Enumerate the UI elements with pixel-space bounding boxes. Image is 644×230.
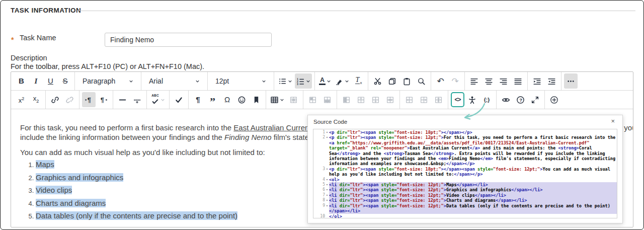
copy-button[interactable] bbox=[385, 73, 399, 89]
remove-link-button[interactable] bbox=[63, 92, 76, 107]
delete-table-button[interactable] bbox=[287, 92, 300, 107]
show-invisibles-button[interactable]: ¶ bbox=[191, 92, 205, 107]
toolbar-group: BIUS bbox=[12, 72, 75, 90]
fullscreen-button[interactable] bbox=[528, 92, 542, 107]
cell-properties-button[interactable] bbox=[306, 92, 319, 107]
text-segment: include the linking information between … bbox=[20, 133, 224, 141]
code-text: <p dir="ltr"><span style="font-size: 18p… bbox=[329, 167, 617, 177]
redo-button[interactable]: ↷ bbox=[448, 73, 462, 89]
align-right-button[interactable] bbox=[497, 73, 510, 89]
code-line[interactable]: 3▾<p dir="ltr"><span style="font-size: 1… bbox=[313, 167, 617, 177]
highlight-color-button[interactable] bbox=[334, 73, 351, 89]
font-size-select-value: 12pt bbox=[215, 77, 229, 85]
strikethrough-button[interactable]: S bbox=[58, 73, 72, 89]
numbered-list-button[interactable]: 123 bbox=[295, 73, 312, 89]
superscript-button[interactable]: x2 bbox=[15, 92, 28, 107]
emoticon-button[interactable] bbox=[235, 92, 249, 107]
outdent-button[interactable] bbox=[545, 73, 558, 89]
subscript-button[interactable]: x2 bbox=[29, 92, 43, 107]
delete-column-button[interactable] bbox=[432, 92, 445, 107]
insert-link-button[interactable] bbox=[48, 92, 62, 107]
line-number-gutter: 5 bbox=[313, 182, 325, 187]
search-button[interactable] bbox=[415, 73, 428, 89]
fold-arrow-icon[interactable]: ▾ bbox=[325, 198, 329, 203]
fold-arrow-icon[interactable]: ▾ bbox=[325, 193, 329, 198]
horizontal-rule-button[interactable] bbox=[116, 92, 129, 107]
accessibility-checker-button[interactable] bbox=[465, 92, 479, 107]
preview-button[interactable] bbox=[499, 92, 513, 107]
line-number-gutter: 3 bbox=[313, 167, 325, 172]
code-line[interactable]: 8▾<li dir="ltr"><span style="font-size: … bbox=[313, 198, 617, 203]
fold-arrow-icon[interactable]: ▾ bbox=[325, 203, 329, 208]
row-properties-button[interactable] bbox=[320, 92, 334, 107]
bold-button[interactable]: B bbox=[15, 73, 28, 89]
font-size-select[interactable]: 12pt bbox=[211, 73, 271, 89]
block-format-select[interactable]: Paragraph bbox=[78, 73, 138, 89]
paste-button[interactable] bbox=[400, 73, 414, 89]
page-break-button[interactable] bbox=[130, 92, 144, 107]
cut-button[interactable] bbox=[371, 73, 384, 89]
help-button[interactable]: ? bbox=[514, 92, 527, 107]
font-family-select[interactable]: Arial bbox=[144, 73, 204, 89]
code-line[interactable]: 10</ol> bbox=[313, 214, 617, 219]
indent-icon bbox=[533, 77, 541, 86]
toolbar-group: <>{;} bbox=[448, 91, 497, 109]
code-line[interactable]: 5▾<li dir="ltr"><span style="font-size: … bbox=[313, 182, 617, 187]
check-button[interactable] bbox=[172, 92, 186, 107]
text-segment: Finding Nemo bbox=[224, 133, 271, 141]
insert-column-before-button[interactable] bbox=[403, 92, 416, 107]
insert-row-above-button[interactable] bbox=[354, 92, 368, 107]
fold-arrow-icon[interactable]: ▾ bbox=[325, 187, 329, 192]
link-icon bbox=[51, 96, 59, 104]
italic-button[interactable]: I bbox=[29, 73, 43, 89]
fold-arrow-icon[interactable]: ▾ bbox=[325, 177, 329, 182]
source-code-editor[interactable]: 1▾<p dir="ltr"><span style="font-size: 1… bbox=[313, 129, 617, 218]
spellcheck-button[interactable]: ABC bbox=[149, 92, 167, 107]
more-options-button[interactable] bbox=[564, 73, 578, 89]
code-line[interactable]: 9▾<li dir="ltr"><span style="font-size: … bbox=[313, 203, 617, 214]
code-sample-icon: {;} bbox=[484, 96, 490, 103]
align-justify-button[interactable] bbox=[511, 73, 525, 89]
source-code-button[interactable]: <> bbox=[451, 92, 464, 107]
special-character-button[interactable]: Ω bbox=[220, 92, 234, 107]
underline-button[interactable]: U bbox=[44, 73, 57, 89]
undo-button[interactable]: ↶ bbox=[434, 73, 447, 89]
fold-arrow-icon[interactable]: ▾ bbox=[325, 130, 329, 135]
list-item-text: Graphics and infographics bbox=[36, 173, 123, 182]
text-color-button[interactable]: A bbox=[317, 73, 333, 89]
code-line[interactable]: 6▾<li dir="ltr"><span style="font-size: … bbox=[313, 187, 617, 192]
align-left-button[interactable] bbox=[467, 73, 481, 89]
code-line[interactable]: 4▾<ol> bbox=[313, 177, 617, 182]
blockquote-button[interactable]: ” bbox=[206, 92, 219, 107]
delete-row-button[interactable] bbox=[383, 92, 397, 107]
highlight-icon bbox=[335, 77, 344, 86]
chevron-down-icon bbox=[129, 79, 133, 84]
insert-row-below-button[interactable] bbox=[369, 92, 382, 107]
fold-arrow-icon[interactable]: ▾ bbox=[325, 182, 329, 187]
inline-link[interactable]: East Australian Current bbox=[233, 123, 311, 132]
rtl-direction-button[interactable]: ¶ bbox=[97, 92, 110, 107]
quote-icon: ” bbox=[210, 96, 215, 104]
task-name-input[interactable] bbox=[105, 33, 272, 47]
tick-icon bbox=[175, 96, 183, 104]
fold-arrow-icon[interactable]: ▾ bbox=[325, 135, 329, 140]
align-center-button[interactable] bbox=[482, 73, 496, 89]
code-line[interactable]: 2▾<p dir="ltr"><span style="font-size: 1… bbox=[313, 135, 617, 166]
indent-button[interactable] bbox=[530, 73, 544, 89]
search-icon bbox=[417, 77, 426, 86]
code-line[interactable]: 1▾<p dir="ltr"><span style="font-size: 1… bbox=[313, 130, 617, 135]
bullet-list-button[interactable] bbox=[277, 73, 294, 89]
add-content-button[interactable] bbox=[547, 92, 561, 107]
eye-icon bbox=[502, 96, 510, 104]
fold-arrow-icon[interactable]: ▾ bbox=[325, 167, 329, 172]
close-icon[interactable]: × bbox=[608, 117, 618, 125]
clear-formatting-button[interactable]: Tx bbox=[352, 73, 365, 89]
underline-icon: U bbox=[48, 78, 53, 85]
merge-cells-button[interactable] bbox=[340, 92, 353, 107]
code-sample-button[interactable]: {;} bbox=[480, 92, 494, 107]
ltr-direction-button[interactable]: ¶ bbox=[82, 92, 96, 107]
anchor-button[interactable] bbox=[250, 92, 263, 107]
code-line[interactable]: 7▾<li dir="ltr"><span style="font-size: … bbox=[313, 193, 617, 198]
insert-column-after-button[interactable] bbox=[417, 92, 431, 107]
table-button[interactable] bbox=[269, 92, 286, 107]
